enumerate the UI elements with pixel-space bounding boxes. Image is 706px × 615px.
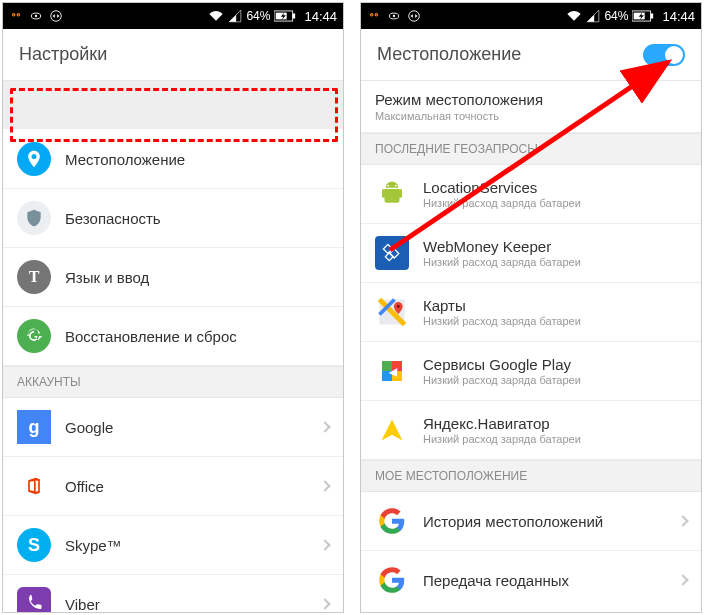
svg-rect-23 <box>385 253 393 261</box>
app-sub: Низкий расход заряда батареи <box>423 197 581 209</box>
owl-icon <box>367 9 381 23</box>
teamviewer-icon <box>49 9 63 23</box>
svg-point-13 <box>371 14 372 15</box>
section-my-location: МОЕ МЕСТОПОЛОЖЕНИЕ <box>361 460 701 492</box>
row-label: История местоположений <box>423 513 603 530</box>
row-label: Viber <box>65 596 100 613</box>
google-g-icon <box>375 504 409 538</box>
app-name: LocationServices <box>423 179 581 196</box>
svg-rect-19 <box>651 13 654 18</box>
row-label: Передача геоданных <box>423 572 569 589</box>
right-phone: 64% 14:44 Местоположение Режим местополо… <box>360 2 702 613</box>
owl-icon <box>9 9 23 23</box>
location-header: Местоположение <box>361 29 701 81</box>
settings-row-backup-reset[interactable]: Восстановление и сброс <box>3 307 343 366</box>
row-label: Безопасность <box>65 210 161 227</box>
wifi-icon <box>566 9 582 23</box>
svg-point-6 <box>51 11 62 22</box>
app-sub: Низкий расход заряда батареи <box>423 256 581 268</box>
yandex-navigator-icon <box>375 413 409 447</box>
app-sub: Низкий расход заряда батареи <box>423 374 581 386</box>
app-row-maps[interactable]: Карты Низкий расход заряда батареи <box>361 283 701 342</box>
settings-row-location[interactable]: Местоположение <box>3 130 343 189</box>
clock: 14:44 <box>304 9 337 24</box>
row-sub: Максимальная точность <box>375 110 687 122</box>
skype-icon: S <box>17 528 51 562</box>
clock: 14:44 <box>662 9 695 24</box>
eye-icon <box>387 9 401 23</box>
location-toggle[interactable] <box>643 44 685 66</box>
settings-row-location-mode[interactable]: Режим местоположения Максимальная точнос… <box>361 81 701 133</box>
app-name: Карты <box>423 297 581 314</box>
webmoney-icon <box>375 236 409 270</box>
svg-point-2 <box>13 14 14 15</box>
section-accounts: АККАУНТЫ <box>3 366 343 398</box>
app-sub: Низкий расход заряда батареи <box>423 315 581 327</box>
battery-percent: 64% <box>604 9 628 23</box>
battery-icon <box>632 10 654 22</box>
app-row-yandex-navigator[interactable]: Яндекс.Навигатор Низкий расход заряда ба… <box>361 401 701 460</box>
teamviewer-icon <box>407 9 421 23</box>
row-label: Язык и ввод <box>65 269 149 286</box>
wifi-icon <box>208 9 224 23</box>
svg-rect-8 <box>293 13 296 18</box>
chevron-right-icon <box>677 515 688 526</box>
eye-icon <box>29 9 43 23</box>
svg-point-16 <box>393 15 395 17</box>
google-maps-icon <box>375 295 409 329</box>
prev-row-peek <box>3 81 343 129</box>
section-recent-requests: ПОСЛЕДНИЕ ГЕОЗАПРОСЫ <box>361 133 701 165</box>
google-g-icon <box>375 563 409 597</box>
settings-row-language[interactable]: T Язык и ввод <box>3 248 343 307</box>
chevron-right-icon <box>677 574 688 585</box>
battery-icon <box>274 10 296 22</box>
row-geo-share[interactable]: Передача геоданных <box>361 551 701 609</box>
app-name: Сервисы Google Play <box>423 356 581 373</box>
shield-icon <box>17 201 51 235</box>
row-label: Google <box>65 419 113 436</box>
play-services-icon <box>375 354 409 388</box>
chevron-right-icon <box>319 421 330 432</box>
app-name: WebMoney Keeper <box>423 238 581 255</box>
row-label: Восстановление и сброс <box>65 328 237 345</box>
svg-point-5 <box>35 15 37 17</box>
page-title: Настройки <box>19 44 107 65</box>
signal-icon <box>586 9 600 23</box>
location-pin-icon <box>17 142 51 176</box>
row-location-history[interactable]: История местоположений <box>361 492 701 551</box>
svg-point-14 <box>376 14 377 15</box>
row-label: Местоположение <box>65 151 185 168</box>
app-sub: Низкий расход заряда батареи <box>423 433 581 445</box>
svg-point-3 <box>18 14 19 15</box>
svg-point-17 <box>409 11 420 22</box>
app-row-locationservices[interactable]: LocationServices Низкий расход заряда ба… <box>361 165 701 224</box>
status-bar: 64% 14:44 <box>3 3 343 29</box>
signal-icon <box>228 9 242 23</box>
chevron-right-icon <box>319 539 330 550</box>
status-bar: 64% 14:44 <box>361 3 701 29</box>
settings-row-security[interactable]: Безопасность <box>3 189 343 248</box>
app-row-webmoney[interactable]: WebMoney Keeper Низкий расход заряда бат… <box>361 224 701 283</box>
office-icon <box>17 469 51 503</box>
account-row-google[interactable]: g Google <box>3 398 343 457</box>
account-row-skype[interactable]: S Skype™ <box>3 516 343 575</box>
svg-point-25 <box>397 305 400 308</box>
viber-icon <box>17 587 51 613</box>
row-label: Office <box>65 478 104 495</box>
chevron-right-icon <box>319 598 330 609</box>
row-label: Режим местоположения <box>375 91 687 108</box>
battery-percent: 64% <box>246 9 270 23</box>
letter-t-icon: T <box>17 260 51 294</box>
page-title: Местоположение <box>377 44 521 65</box>
row-label: Skype™ <box>65 537 122 554</box>
refresh-icon <box>17 319 51 353</box>
settings-header: Настройки <box>3 29 343 81</box>
left-phone: 64% 14:44 Настройки Местоположение Безоп… <box>2 2 344 613</box>
android-robot-icon <box>375 177 409 211</box>
chevron-right-icon <box>319 480 330 491</box>
google-icon: g <box>17 410 51 444</box>
account-row-office[interactable]: Office <box>3 457 343 516</box>
app-row-play-services[interactable]: Сервисы Google Play Низкий расход заряда… <box>361 342 701 401</box>
app-name: Яндекс.Навигатор <box>423 415 581 432</box>
account-row-viber[interactable]: Viber <box>3 575 343 613</box>
